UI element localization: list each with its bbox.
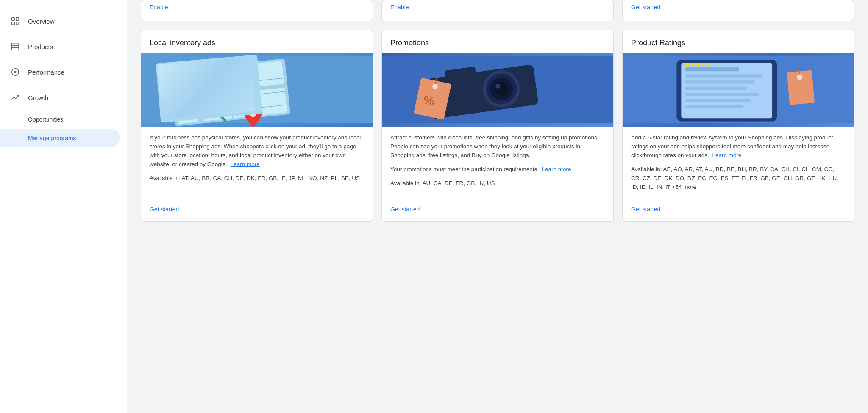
svg-point-22 [250, 112, 256, 117]
sidebar: Overview Products Performance [0, 0, 127, 413]
tablet-svg: ★★★★★ [623, 53, 854, 127]
card-header-product-ratings: Product Ratings [623, 30, 854, 53]
sidebar-item-performance[interactable]: Performance [0, 59, 127, 85]
learn-more-product-ratings[interactable]: Learn more [712, 152, 741, 158]
enable-button-2[interactable]: Enable [382, 0, 417, 14]
card-available-local-inventory: Available in: AT, AU, BR, CA, CH, DE, DK… [150, 174, 364, 183]
card-header-promotions: Promotions [382, 30, 613, 53]
top-card-2: Enable [381, 0, 614, 21]
svg-rect-46 [685, 93, 758, 96]
circle-icon [10, 67, 20, 77]
card-body-local-inventory: If your business has physical stores, yo… [141, 127, 373, 199]
svg-point-23 [198, 94, 223, 118]
top-card-1: Enable [141, 0, 373, 21]
card-promotions: Promotions [381, 30, 614, 222]
cards-row: Local inventory ads [141, 30, 854, 222]
card-image-product-ratings: ★★★★★ [623, 53, 854, 127]
svg-line-17 [227, 67, 233, 118]
svg-rect-19 [193, 69, 203, 122]
sidebar-item-overview[interactable]: Overview [0, 8, 127, 34]
map-svg [141, 53, 373, 127]
svg-rect-4 [12, 43, 19, 50]
camera-svg: % [382, 53, 613, 127]
top-cards-row: Enable Enable Get started [141, 0, 854, 21]
grid-icon [10, 16, 20, 26]
svg-point-9 [14, 71, 16, 73]
svg-rect-26 [164, 91, 186, 116]
svg-rect-1 [16, 18, 19, 20]
list-icon [10, 42, 20, 52]
learn-more-local-inventory[interactable]: Learn more [231, 161, 260, 167]
card-body-product-ratings: Add a 5-star rating and review system to… [623, 127, 854, 199]
card-available-promotions: Available in: AU, CA, DE, FR, GB, IN, US [390, 179, 605, 188]
sidebar-subitem-manage-programs[interactable]: Manage programs [0, 129, 120, 147]
svg-rect-48 [685, 105, 743, 108]
get-started-local-inventory[interactable]: Get started [150, 204, 179, 214]
card-product-ratings: Product Ratings [622, 30, 854, 222]
card-footer-product-ratings: Get started [623, 199, 854, 221]
card-image-local-inventory [141, 53, 373, 127]
card-desc-promotions-1: Attract customers with discounts, free s… [390, 133, 605, 160]
learn-more-promotions[interactable]: Learn more [542, 166, 571, 172]
svg-rect-44 [685, 80, 754, 83]
card-title-promotions: Promotions [390, 39, 605, 47]
card-title-product-ratings: Product Ratings [631, 39, 846, 47]
sidebar-subitem-opportunities[interactable]: Opportunities [0, 110, 127, 129]
top-card-3: Get started [622, 0, 854, 21]
sidebar-label-performance: Performance [28, 69, 64, 76]
svg-line-16 [200, 69, 206, 121]
get-started-product-ratings[interactable]: Get started [631, 204, 660, 214]
sidebar-label-overview: Overview [28, 18, 55, 25]
card-desc-product-ratings-1: Add a 5-star rating and review system to… [631, 133, 846, 160]
svg-rect-47 [685, 99, 751, 102]
svg-point-24 [201, 96, 220, 115]
svg-rect-10 [141, 56, 373, 123]
sidebar-label-manage-programs: Manage programs [28, 135, 76, 141]
get-started-promotions[interactable]: Get started [390, 204, 420, 214]
card-available-product-ratings: Available in: AE, AO, AR, AT, AU, BD, BE… [631, 165, 846, 192]
get-started-top-button[interactable]: Get started [623, 0, 669, 14]
sidebar-label-products: Products [28, 43, 53, 50]
svg-rect-45 [685, 87, 747, 90]
sidebar-item-products[interactable]: Products [0, 34, 127, 59]
card-image-promotions: % [382, 53, 613, 127]
sidebar-item-growth[interactable]: Growth [0, 85, 127, 110]
svg-rect-3 [16, 22, 19, 25]
sidebar-label-opportunities: Opportunities [28, 116, 63, 123]
card-desc-promotions-2: Your promotions must meet the participat… [390, 165, 605, 174]
svg-rect-42 [685, 67, 739, 71]
sidebar-label-growth: Growth [28, 94, 48, 101]
main-content: Enable Enable Get started Local inventor… [127, 0, 868, 413]
card-footer-local-inventory: Get started [141, 199, 373, 221]
trend-icon [10, 92, 20, 103]
card-desc-local-inventory: If your business has physical stores, yo… [150, 133, 364, 169]
enable-button-1[interactable]: Enable [141, 0, 177, 14]
card-footer-promotions: Get started [382, 199, 613, 221]
svg-rect-0 [12, 18, 14, 20]
card-title-local-inventory: Local inventory ads [150, 39, 364, 47]
svg-rect-2 [12, 22, 14, 25]
card-header-local-inventory: Local inventory ads [141, 30, 373, 53]
card-local-inventory-ads: Local inventory ads [141, 30, 373, 222]
card-body-promotions: Attract customers with discounts, free s… [382, 127, 613, 199]
svg-text:★★★★★: ★★★★★ [685, 61, 710, 68]
svg-rect-43 [685, 75, 762, 78]
